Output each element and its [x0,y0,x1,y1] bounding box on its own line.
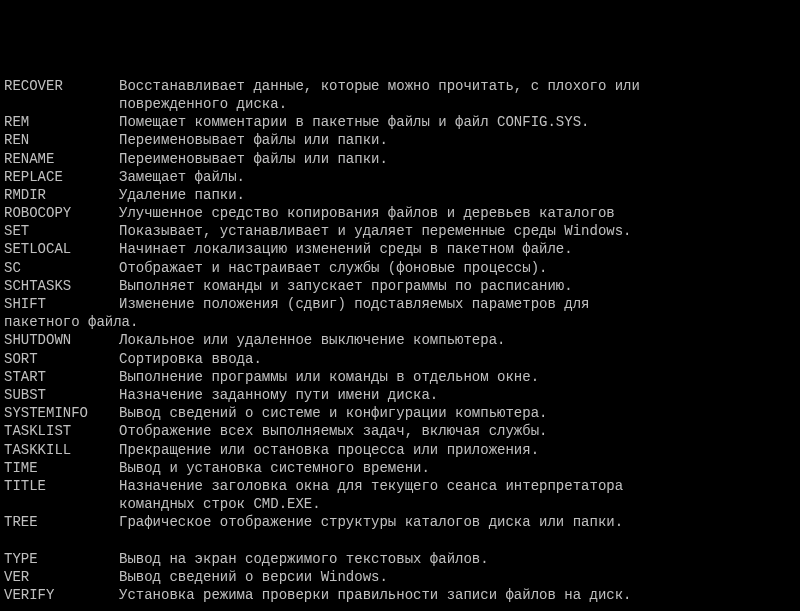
command-row: RENAMEПереименовывает файлы или папки. [4,150,796,168]
command-row: TREEГрафическое отображение структуры ка… [4,513,796,531]
command-description: Восстанавливает данные, которые можно пр… [119,77,779,95]
command-row: TASKLISTОтображение всех выполняемых зад… [4,422,796,440]
command-row: SETПоказывает, устанавливает и удаляет п… [4,222,796,240]
command-row: SORTСортировка ввода. [4,350,796,368]
command-description: Отображает и настраивает службы (фоновые… [119,259,779,277]
command-name: TASKLIST [4,422,119,440]
command-row: TYPEВывод на экран содержимого текстовых… [4,550,796,568]
command-row: SHIFTИзменение положения (сдвиг) подстав… [4,295,796,313]
command-row-cont: командных строк CMD.EXE. [4,495,796,513]
command-name: TYPE [4,550,119,568]
command-row: RENПереименовывает файлы или папки. [4,131,796,149]
command-description: Прекращение или остановка процесса или п… [119,441,779,459]
command-name: TREE [4,513,119,531]
command-name: RMDIR [4,186,119,204]
command-row: VERIFYУстановка режима проверки правильн… [4,586,796,604]
command-row-cont: поврежденного диска. [4,95,796,113]
command-name: ROBOCOPY [4,204,119,222]
command-name: SC [4,259,119,277]
command-description: Вывод и установка системного времени. [119,459,779,477]
command-description: Вывод сведений о версии Windows. [119,568,779,586]
command-row: RECOVERВосстанавливает данные, которые м… [4,77,796,95]
command-name: START [4,368,119,386]
blank-line [4,531,796,549]
command-name: VER [4,568,119,586]
terminal-output: RECOVERВосстанавливает данные, которые м… [4,77,796,611]
command-name: SET [4,222,119,240]
command-description: Замещает файлы. [119,168,779,186]
shift-wrap-line: пакетного файла. [4,313,796,331]
command-name: REN [4,131,119,149]
command-description: Вывод на экран содержимого текстовых фай… [119,550,779,568]
command-description: Графическое отображение структуры катало… [119,513,779,531]
command-description: Установка режима проверки правильности з… [119,586,779,604]
command-row: SHUTDOWNЛокальное или удаленное выключен… [4,331,796,349]
command-description: Вывод сведений о системе и конфигурации … [119,404,779,422]
command-name: RECOVER [4,77,119,95]
command-row: ROBOCOPYУлучшенное средство копирования … [4,204,796,222]
command-row: SCОтображает и настраивает службы (фонов… [4,259,796,277]
command-name: REPLACE [4,168,119,186]
command-description: Выполняет команды и запускает программы … [119,277,779,295]
command-name: TIME [4,459,119,477]
command-row: SUBSTНазначение заданному пути имени дис… [4,386,796,404]
command-name: RENAME [4,150,119,168]
command-row: RMDIRУдаление папки. [4,186,796,204]
command-description: Изменение положения (сдвиг) подставляемы… [119,295,779,313]
blank-line [4,604,796,611]
command-name: TASKKILL [4,441,119,459]
command-description: Показывает, устанавливает и удаляет пере… [119,222,779,240]
command-row: SCHTASKSВыполняет команды и запускает пр… [4,277,796,295]
command-row: REMПомещает комментарии в пакетные файлы… [4,113,796,131]
command-description: Помещает комментарии в пакетные файлы и … [119,113,779,131]
command-name: SETLOCAL [4,240,119,258]
command-description: Назначение заголовка окна для текущего с… [119,477,779,495]
command-description: Начинает локализацию изменений среды в п… [119,240,779,258]
command-row: STARTВыполнение программы или команды в … [4,368,796,386]
command-description: Локальное или удаленное выключение компь… [119,331,779,349]
command-row: SETLOCALНачинает локализацию изменений с… [4,240,796,258]
command-description: Назначение заданному пути имени диска. [119,386,779,404]
command-description-cont: поврежденного диска. [119,95,779,113]
command-name: SUBST [4,386,119,404]
command-name: SCHTASKS [4,277,119,295]
command-name: REM [4,113,119,131]
command-description: Выполнение программы или команды в отдел… [119,368,779,386]
command-name: TITLE [4,477,119,495]
command-description: Переименовывает файлы или папки. [119,150,779,168]
command-description: Переименовывает файлы или папки. [119,131,779,149]
command-name: SHIFT [4,295,119,313]
command-name: SORT [4,350,119,368]
command-row: TITLEНазначение заголовка окна для текущ… [4,477,796,495]
command-description: Улучшенное средство копирования файлов и… [119,204,779,222]
command-row: SYSTEMINFOВывод сведений о системе и кон… [4,404,796,422]
command-description: Удаление папки. [119,186,779,204]
command-row: TIMEВывод и установка системного времени… [4,459,796,477]
command-row: TASKKILLПрекращение или остановка процес… [4,441,796,459]
command-name: SYSTEMINFO [4,404,119,422]
command-description: Сортировка ввода. [119,350,779,368]
command-row: REPLACEЗамещает файлы. [4,168,796,186]
command-description-cont: командных строк CMD.EXE. [119,495,779,513]
command-name: VERIFY [4,586,119,604]
command-row: VERВывод сведений о версии Windows. [4,568,796,586]
command-description: Отображение всех выполняемых задач, вклю… [119,422,779,440]
command-name: SHUTDOWN [4,331,119,349]
